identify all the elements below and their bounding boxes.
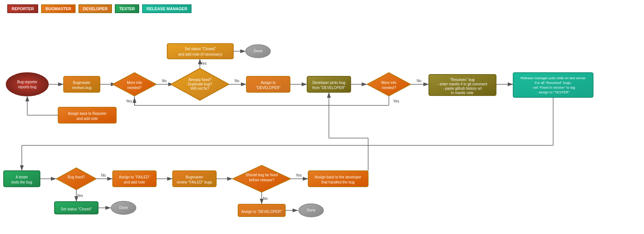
svg-text:- paste github history url: - paste github history url [443,86,482,90]
svg-text:Release manager puts code on t: Release manager puts code on test server [520,76,585,80]
svg-text:Developer picks bug: Developer picks bug [313,81,346,85]
svg-text:No: No [235,79,240,83]
svg-text:Duplicate bug?: Duplicate bug? [188,82,212,86]
svg-text:- set "Fixed in version" to ta: - set "Fixed in version" to tag [531,85,575,89]
svg-point-1 [6,73,48,96]
diagram-container: REPORTER BUGMASTER DEVELOPER TESTER RELE… [0,0,644,234]
svg-text:needed?: needed? [128,86,142,90]
svg-text:and add note (if necessary): and add note (if necessary) [178,52,222,56]
svg-text:tests the bug: tests the bug [11,180,32,184]
svg-text:reports bug: reports bug [18,85,37,89]
svg-text:review "FAILED" bugs: review "FAILED" bugs [177,180,212,184]
svg-text:Bug fixed?: Bug fixed? [68,175,85,179]
svg-text:Done: Done [254,49,262,53]
svg-text:Assign to: Assign to [261,81,276,85]
svg-text:Will not fix?: Will not fix? [190,86,209,90]
svg-text:and add note: and add note [124,180,145,184]
svg-rect-20 [167,44,233,59]
svg-text:Should bug be fixed: Should bug be fixed [246,173,278,177]
svg-text:Done: Done [119,206,128,210]
svg-text:Done: Done [307,208,315,212]
svg-text:No: No [263,197,268,201]
svg-text:- enter mantis # in git commen: - enter mantis # in git comment [437,82,487,86]
svg-text:No: No [101,173,106,177]
svg-text:- assign to "TESTER": - assign to "TESTER" [537,90,570,94]
svg-text:"Resolves" bug: "Resolves" bug [450,78,475,82]
svg-text:Yes: Yes [126,99,132,103]
svg-text:No: No [162,79,167,83]
svg-text:needed?: needed? [382,86,396,90]
svg-text:Yes: Yes [393,99,399,103]
svg-text:Assign back to Reporter: Assign back to Reporter [68,112,107,116]
svg-text:Bugmaster: Bugmaster [73,81,91,85]
svg-text:Assign to "FAILED": Assign to "FAILED" [119,175,150,179]
svg-text:More info: More info [127,81,142,85]
svg-text:For all "Resolved" bugs:: For all "Resolved" bugs: [535,81,571,85]
svg-text:Yes: Yes [77,194,83,198]
svg-text:Assign back to the developer: Assign back to the developer [315,175,362,179]
svg-text:More info: More info [381,81,397,85]
svg-text:before release?: before release? [249,178,274,182]
svg-text:Set status "Closed": Set status "Closed" [61,207,92,211]
svg-text:from "DEVELOPER": from "DEVELOPER" [312,86,345,90]
svg-text:Yes: Yes [201,61,206,65]
svg-text:reviews bug: reviews bug [72,86,91,90]
svg-text:Bugmaster: Bugmaster [186,175,204,179]
svg-text:A tester: A tester [16,175,28,179]
flowchart-svg: Bug reporter reports bug Bugmaster revie… [0,0,644,234]
svg-text:Yes: Yes [296,173,302,177]
svg-text:Bug reporter: Bug reporter [17,80,37,84]
svg-text:"DEVELOPER": "DEVELOPER" [256,86,281,90]
svg-text:and add note: and add note [77,117,98,121]
svg-text:in mantis note: in mantis note [451,91,474,95]
svg-text:No: No [417,79,422,83]
svg-text:Assign to "DEVELOPER": Assign to "DEVELOPER" [241,210,282,214]
svg-text:Set status "Closed": Set status "Closed" [185,47,216,51]
svg-text:that handled the bug: that handled the bug [321,180,354,184]
svg-text:Already fixed?: Already fixed? [188,78,212,82]
